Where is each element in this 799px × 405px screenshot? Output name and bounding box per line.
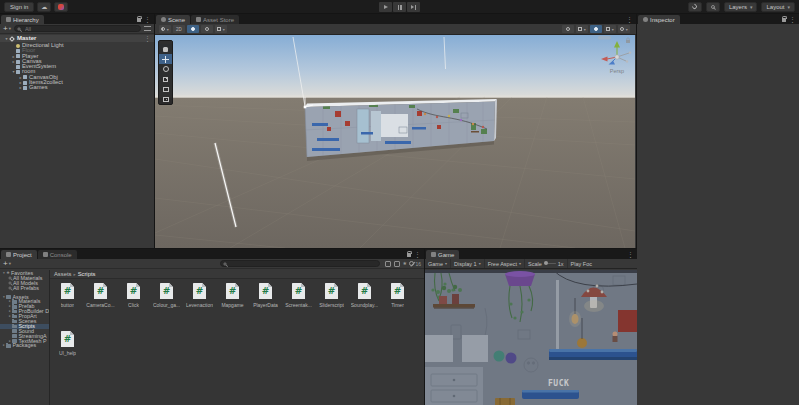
- unity-editor-window: Sign in ☁ Layers Layout Hierarchy: [0, 0, 799, 405]
- view-tool-button[interactable]: [159, 44, 172, 54]
- audio-toggle[interactable]: [201, 25, 213, 33]
- panel-menu-icon[interactable]: [414, 251, 421, 258]
- script-asset[interactable]: # button: [51, 282, 84, 330]
- query-icon: [9, 277, 12, 280]
- global-search-icon[interactable]: [706, 2, 720, 12]
- panel-menu-icon[interactable]: [789, 16, 796, 23]
- move-tool-button[interactable]: [159, 54, 172, 64]
- scale-slider-knob[interactable]: [544, 261, 548, 265]
- query-icon: [9, 287, 12, 290]
- scene-row-master[interactable]: ▾ Master: [0, 35, 154, 42]
- persp-label[interactable]: Persp: [610, 68, 624, 74]
- search-by-label-icon[interactable]: [394, 261, 400, 267]
- transform-tool-button[interactable]: [159, 94, 172, 104]
- csharp-script-icon: #: [94, 283, 107, 299]
- script-asset[interactable]: # Soundplay...: [348, 282, 381, 330]
- draw-mode-dropdown[interactable]: [159, 25, 171, 33]
- grid-dropdown[interactable]: [576, 25, 588, 33]
- project-search-input[interactable]: [220, 260, 380, 267]
- script-asset-label: Colour_ga...: [153, 302, 180, 308]
- play-button[interactable]: [379, 2, 392, 12]
- breadcrumb-root[interactable]: Assets: [54, 271, 71, 277]
- tab-project[interactable]: Project: [1, 250, 37, 259]
- script-asset[interactable]: # Colour_ga...: [150, 282, 183, 330]
- gizmo-center[interactable]: [615, 55, 619, 59]
- rotate-tool-button[interactable]: [159, 64, 172, 74]
- tab-game[interactable]: Game: [426, 250, 459, 259]
- gizmo-handle[interactable]: [598, 36, 611, 40]
- panel-menu-icon[interactable]: [144, 16, 151, 23]
- breadcrumb-chevron-icon: ▸: [73, 272, 75, 277]
- scene-render: Persp: [155, 35, 635, 248]
- lock-icon[interactable]: [782, 18, 786, 22]
- play-controls: [379, 2, 420, 12]
- layers-dropdown[interactable]: Layers: [724, 2, 758, 12]
- project-content: Assets ▸ Scripts # button: [50, 270, 424, 405]
- game-viewport[interactable]: FUCK: [425, 270, 637, 405]
- cloud-services-icon[interactable]: ☁: [37, 2, 51, 12]
- save-search-icon[interactable]: ★: [402, 261, 406, 266]
- script-asset-label: Screentak...: [285, 302, 312, 308]
- aspect-ratio-dropdown[interactable]: Free Aspect: [485, 259, 525, 268]
- overlay-dropdown[interactable]: [604, 25, 616, 33]
- layout-dropdown[interactable]: Layout: [761, 2, 795, 12]
- scale-icon: [163, 77, 168, 82]
- sign-in-button[interactable]: Sign in: [4, 2, 34, 12]
- project-tab-icon: [6, 252, 11, 257]
- hierarchy-item[interactable]: ▸ Games: [0, 85, 154, 90]
- breadcrumb-current[interactable]: Scripts: [78, 271, 96, 277]
- script-asset[interactable]: # Timer: [381, 282, 414, 330]
- gameobject-icon: [23, 81, 27, 85]
- folder-icon: [12, 305, 17, 309]
- game-mode-dropdown[interactable]: Game: [425, 259, 451, 268]
- camera-overlay-toggle[interactable]: [590, 25, 602, 33]
- scene-visibility-icon[interactable]: [144, 26, 151, 31]
- create-asset-dropdown[interactable]: +: [3, 260, 11, 268]
- scene-viewport[interactable]: Persp: [155, 35, 635, 248]
- script-asset[interactable]: # Screentak...: [282, 282, 315, 330]
- lighting-toggle[interactable]: [187, 25, 199, 33]
- lock-icon[interactable]: [407, 253, 411, 257]
- script-asset[interactable]: # Mapgame: [216, 282, 249, 330]
- script-asset[interactable]: # UI_help: [51, 330, 84, 378]
- lock-icon[interactable]: [137, 18, 141, 22]
- step-button[interactable]: [407, 2, 420, 12]
- pause-icon: [398, 5, 400, 10]
- hand-icon: [163, 47, 168, 52]
- collab-icon[interactable]: [54, 2, 68, 12]
- tab-hierarchy[interactable]: Hierarchy: [1, 15, 44, 24]
- script-asset[interactable]: # Click: [117, 282, 150, 330]
- script-asset-label: Mapgame: [221, 302, 243, 308]
- tab-asset-store[interactable]: Asset Store: [191, 15, 239, 24]
- gameobject-icon: [23, 86, 27, 90]
- panel-menu-icon[interactable]: [627, 251, 634, 258]
- display-dropdown[interactable]: Display 1: [451, 259, 485, 268]
- scale-slider[interactable]: [544, 263, 556, 265]
- scene-menu-icon[interactable]: [144, 35, 151, 42]
- hidden-objects-toggle[interactable]: [562, 25, 574, 33]
- search-by-type-icon[interactable]: [385, 261, 391, 267]
- packages-root[interactable]: ▸ Packages: [0, 343, 49, 348]
- rect-tool-button[interactable]: [159, 84, 172, 94]
- scale-tool-button[interactable]: [159, 74, 172, 84]
- script-asset-label: Click: [128, 302, 139, 308]
- gizmos-dropdown[interactable]: [618, 25, 630, 33]
- csharp-script-icon: #: [325, 283, 338, 299]
- script-asset[interactable]: # Sliderscript: [315, 282, 348, 330]
- script-asset[interactable]: # CameraCo...: [84, 282, 117, 330]
- hierarchy-search-input[interactable]: [14, 25, 141, 32]
- panel-menu-icon[interactable]: [626, 16, 633, 23]
- tab-console[interactable]: Console: [38, 250, 77, 259]
- tab-scene[interactable]: Scene: [156, 15, 190, 24]
- pause-button[interactable]: [393, 2, 406, 12]
- script-asset[interactable]: # PlayerData: [249, 282, 282, 330]
- script-asset[interactable]: # Levenaction: [183, 282, 216, 330]
- play-focused-dropdown[interactable]: Play Foc: [568, 259, 595, 268]
- effects-dropdown[interactable]: [215, 25, 227, 33]
- tab-inspector[interactable]: Inspector: [638, 15, 680, 24]
- undo-history-icon[interactable]: [688, 2, 702, 12]
- 2d-toggle[interactable]: 2D: [173, 25, 185, 33]
- create-object-dropdown[interactable]: +: [3, 25, 11, 33]
- game-panel: Game Game Display 1 Free Aspect Scale 1x…: [425, 248, 637, 405]
- hidden-packages-count[interactable]: 16: [409, 261, 421, 267]
